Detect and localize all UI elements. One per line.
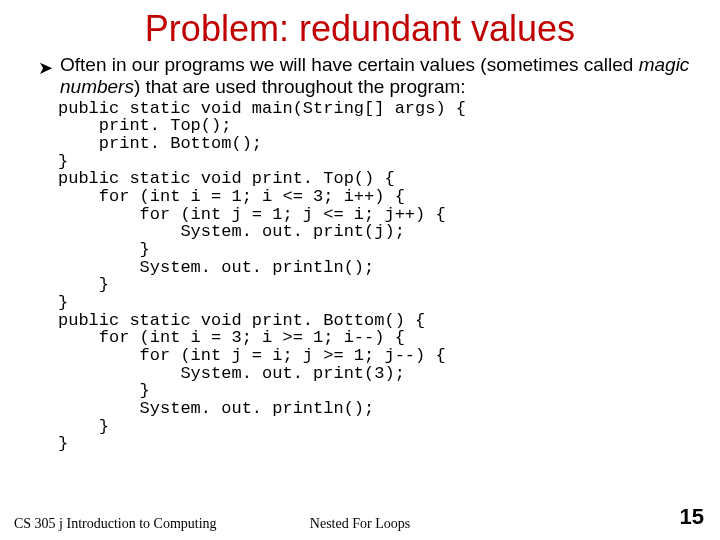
intro-text-1: Often in our programs we will have certa… — [60, 54, 639, 75]
code-block: public static void main(String[] args) {… — [58, 100, 720, 453]
footer-center: Nested For Loops — [0, 516, 720, 532]
bullet-icon: ➤ — [38, 58, 53, 79]
intro-text-2: ) that are used throughout the program: — [134, 76, 466, 97]
slide-title: Problem: redundant values — [0, 8, 720, 50]
intro-paragraph: ➤ Often in our programs we will have cer… — [60, 54, 690, 98]
page-number: 15 — [680, 504, 704, 530]
